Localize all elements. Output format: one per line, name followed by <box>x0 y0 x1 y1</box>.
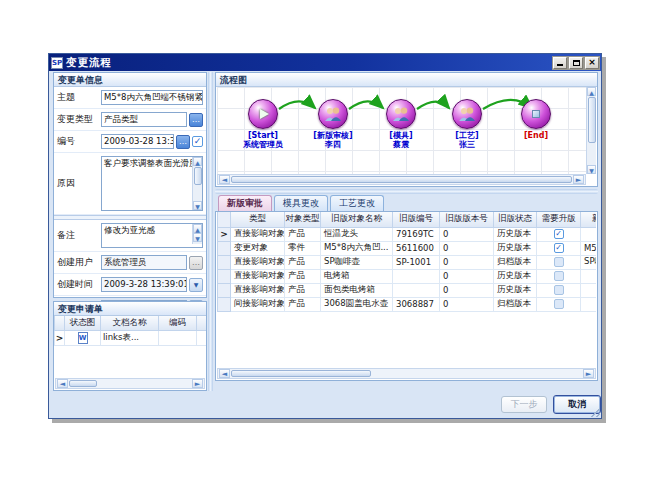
tab-strip: 新版审批 模具更改 工艺更改 <box>215 195 598 211</box>
remarks-scrollbar[interactable]: ▲ ▼ <box>192 224 202 244</box>
col-doc-name[interactable]: 文档名称 <box>101 316 159 330</box>
upgrade-checkbox[interactable]: ✓ <box>554 299 564 309</box>
cancel-button[interactable]: 取消 <box>553 395 601 414</box>
subject-input[interactable]: M5*8内六角凹端不锈钢紧固螺钉 <box>101 90 203 105</box>
scroll-right-icon[interactable]: ► <box>583 369 594 378</box>
horizontal-splitter[interactable] <box>215 189 598 194</box>
change-order-info-panel: 变更单信息 主题 M5*8内六角凹端不锈钢紧固螺钉 变更类型 产品类型 … 编号… <box>53 72 207 298</box>
tab-new-version-approval[interactable]: 新版审批 <box>218 195 272 211</box>
close-button[interactable]: × <box>585 57 599 69</box>
scroll-down-icon[interactable]: ▼ <box>587 165 596 174</box>
flow-canvas[interactable]: [Start] 系统管理员 [新版审核] 李四 [模具] 蔡震 [工艺] 张三 … <box>217 87 586 174</box>
flow-node-review[interactable] <box>318 99 348 129</box>
scroll-up-icon[interactable]: ▲ <box>193 224 202 233</box>
flow-node-craft[interactable] <box>452 99 482 129</box>
maximize-button[interactable] <box>569 57 583 69</box>
grid-hscrollbar[interactable]: ◄ ► <box>217 368 596 379</box>
request-panel-title: 变更申请单 <box>54 302 206 316</box>
next-button[interactable]: 下一步 <box>501 396 547 413</box>
code-cell <box>159 330 197 345</box>
number-checkbox[interactable]: ✓ <box>192 136 203 147</box>
request-row[interactable]: > W links表... 普通 <box>55 330 207 345</box>
play-icon <box>260 109 269 119</box>
scroll-up-icon[interactable]: ▲ <box>193 157 202 166</box>
reason-label: 原因 <box>57 177 101 190</box>
upgrade-checkbox[interactable]: ✓ <box>554 229 564 239</box>
col-old-ver[interactable]: 旧版版本号 <box>440 212 494 227</box>
flow-chart-panel: 流程图 <box>215 72 598 187</box>
reason-textarea[interactable]: 客户要求调整表面光滑度 ▲ ▼ <box>101 156 203 211</box>
flow-vscrollbar[interactable]: ▲ ▼ <box>586 87 596 174</box>
scroll-left-icon[interactable]: ◄ <box>57 379 68 388</box>
flow-node-mold[interactable] <box>386 99 416 129</box>
scroll-left-icon[interactable]: ◄ <box>219 369 230 378</box>
upgrade-checkbox[interactable]: ✓ <box>554 243 564 253</box>
flow-hscrollbar[interactable]: ◄ ► <box>217 174 586 185</box>
change-type-browse-button[interactable]: … <box>189 113 203 127</box>
field-reason: 原因 客户要求调整表面光滑度 ▲ ▼ <box>54 153 206 215</box>
vertical-splitter[interactable] <box>208 72 213 391</box>
flow-node-start[interactable] <box>248 99 278 129</box>
number-browse-button[interactable]: … <box>176 135 190 149</box>
col-old-status[interactable]: 旧版状态 <box>494 212 537 227</box>
upgrade-checkbox[interactable]: ✓ <box>554 271 564 281</box>
scroll-down-icon[interactable]: ▼ <box>193 201 202 210</box>
scroll-left-icon[interactable]: ◄ <box>219 175 230 184</box>
create-user-input[interactable]: 系统管理员 <box>101 255 187 270</box>
col-code[interactable]: 编码 <box>159 316 197 330</box>
row-indicator: > <box>55 330 65 345</box>
upgrade-checkbox[interactable]: ✓ <box>554 285 564 295</box>
field-subject: 主题 M5*8内六角凹端不锈钢紧固螺钉 <box>54 87 206 109</box>
col-status-icon[interactable]: 状态图 <box>65 316 101 330</box>
window-titlebar[interactable]: SP 变更流程 × <box>49 54 601 71</box>
grid-row[interactable]: 直接影响对象 产品 SP咖啡壶 SP-1001 0 归档版本 ✓ SP咖 <box>218 255 597 269</box>
change-request-panel: 变更申请单 状态图 文档名称 编码 > W links表... <box>53 301 207 391</box>
grid-row[interactable]: 直接影响对象 产品 电烤箱 0 历史版本 ✓ <box>218 269 597 283</box>
grid-row[interactable]: > 直接影响对象 产品 恒温龙头 79169TC 0 历史版本 ✓ <box>218 227 597 241</box>
info-panel-title: 变更单信息 <box>54 73 206 87</box>
scroll-down-icon[interactable]: ▼ <box>193 233 202 242</box>
change-type-input[interactable]: 产品类型 <box>101 112 187 127</box>
tab-craft-change[interactable]: 工艺更改 <box>330 195 384 211</box>
minimize-icon <box>557 64 563 66</box>
people-icon <box>324 107 342 122</box>
number-label: 编号 <box>57 135 101 148</box>
upgrade-checkbox[interactable]: ✓ <box>554 257 564 267</box>
scroll-up-icon[interactable]: ▲ <box>587 87 596 96</box>
reason-scrollbar[interactable]: ▲ ▼ <box>192 157 202 210</box>
scroll-right-icon[interactable]: ► <box>192 379 203 388</box>
request-hscrollbar[interactable]: ◄ ► <box>55 378 205 389</box>
col-obj-type[interactable]: 对象类型 <box>285 212 321 227</box>
minimize-button[interactable] <box>553 57 567 69</box>
flow-node-end[interactable] <box>521 99 551 129</box>
create-time-label: 创建时间 <box>57 278 101 291</box>
node-label-end[interactable]: [End] <box>498 131 574 140</box>
node-label-start[interactable]: [Start] 系统管理员 <box>225 131 301 149</box>
grid-row[interactable]: 变更对象 零件 M5*8内六角凹... 5611600 0 历史版本 ✓ M5*… <box>218 241 597 255</box>
field-number: 编号 2009-03-28 13:39:01 … ✓ <box>54 131 206 153</box>
grid-row[interactable]: 直接影响对象 产品 面包类电烤箱 0 历史版本 ✓ <box>218 283 597 297</box>
create-user-label: 创建用户 <box>57 256 101 269</box>
scroll-right-icon[interactable]: ► <box>573 175 584 184</box>
stop-icon <box>532 110 540 118</box>
node-label-review[interactable]: [新版审核] 李四 <box>295 131 371 149</box>
col-old-name[interactable]: 旧版对象名称 <box>321 212 393 227</box>
create-time-input[interactable]: 2009-3-28 13:39:01 <box>101 277 187 292</box>
create-time-dropdown-button[interactable]: ▼ <box>189 278 203 292</box>
tab-mold-change[interactable]: 模具更改 <box>274 195 328 211</box>
grid-row[interactable]: 间接影响对象 产品 3068圆盖电水壶 3068887 0 归档版本 ✓ <box>218 297 597 311</box>
remarks-textarea[interactable]: 修改为亚光感 ▲ ▼ <box>101 223 203 248</box>
col-old-code[interactable]: 旧版编号 <box>393 212 440 227</box>
node-label-craft[interactable]: [工艺] 张三 <box>429 131 505 149</box>
col-need-upgrade[interactable]: 需要升版 <box>537 212 581 227</box>
number-input[interactable]: 2009-03-28 13:39:01 <box>101 134 174 149</box>
node-label-mold[interactable]: [模具] 蔡震 <box>363 131 439 149</box>
people-icon <box>392 107 410 122</box>
col-type[interactable]: 类型 <box>231 212 285 227</box>
col-new[interactable]: 新版 <box>581 212 597 227</box>
doc-name-cell: links表... <box>101 330 159 345</box>
remarks-label: 备注 <box>57 229 101 242</box>
remarks-text: 修改为亚光感 <box>104 225 155 235</box>
create-user-browse-button[interactable]: … <box>189 256 203 270</box>
grid-header-row: 类型 对象类型 旧版对象名称 旧版编号 旧版版本号 旧版状态 需要升版 新版 <box>218 212 597 227</box>
